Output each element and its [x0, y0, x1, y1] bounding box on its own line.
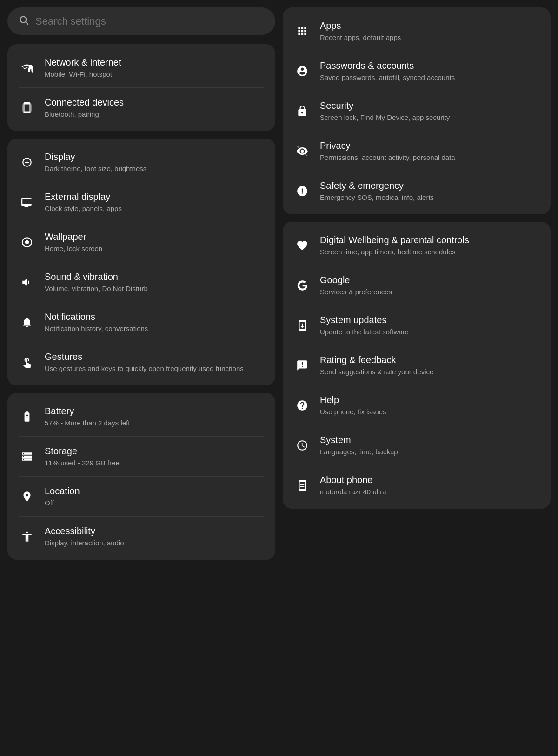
card-display: Display Dark theme, font size, brightnes… — [7, 139, 275, 385]
sidebar-item-security[interactable]: Security Screen lock, Find My Device, ap… — [283, 91, 551, 131]
sound-icon — [19, 274, 35, 291]
sidebar-item-location[interactable]: Location Off — [7, 477, 275, 516]
sidebar-item-safety-emergency[interactable]: Safety & emergency Emergency SOS, medica… — [283, 171, 551, 211]
storage-subtitle: 11% used - 229 GB free — [45, 458, 120, 468]
search-input[interactable] — [35, 15, 264, 27]
display-icon — [19, 154, 35, 171]
sidebar-item-passwords[interactable]: Passwords & accounts Saved passwords, au… — [283, 51, 551, 91]
privacy-icon — [294, 143, 311, 159]
apps-title: Apps — [320, 20, 401, 32]
external-display-subtitle: Clock style, panels, apps — [45, 204, 122, 213]
system-updates-subtitle: Update to the latest software — [320, 327, 409, 337]
security-title: Security — [320, 99, 450, 112]
digital-wellbeing-title: Digital Wellbeing & parental controls — [320, 234, 469, 246]
sidebar-item-system-updates[interactable]: System updates Update to the latest soft… — [283, 305, 551, 345]
notifications-icon — [19, 314, 35, 331]
connected-devices-title: Connected devices — [45, 96, 124, 108]
sidebar-item-privacy[interactable]: Privacy Permissions, account activity, p… — [283, 131, 551, 171]
svg-line-1 — [26, 22, 28, 24]
sidebar-item-battery[interactable]: Battery 57% - More than 2 days left — [7, 397, 275, 436]
sidebar-item-about-phone[interactable]: About phone motorola razr 40 ultra — [283, 465, 551, 505]
system-updates-title: System updates — [320, 314, 409, 326]
storage-title: Storage — [45, 445, 120, 457]
storage-icon — [19, 448, 35, 465]
wifi-icon — [19, 60, 35, 76]
system-subtitle: Languages, time, backup — [320, 447, 398, 457]
notifications-title: Notifications — [45, 311, 148, 323]
wallpaper-title: Wallpaper — [45, 231, 102, 243]
privacy-title: Privacy — [320, 139, 455, 152]
sidebar-item-apps[interactable]: Apps Recent apps, default apps — [283, 11, 551, 51]
sidebar-item-gestures[interactable]: Gestures Use gestures and keys to quickl… — [7, 342, 275, 382]
privacy-subtitle: Permissions, account activity, personal … — [320, 153, 455, 162]
svg-point-3 — [25, 240, 29, 244]
help-title: Help — [320, 394, 386, 406]
rating-feedback-subtitle: Send suggestions & rate your device — [320, 367, 433, 377]
network-internet-subtitle: Mobile, Wi-Fi, hotspot — [45, 69, 121, 79]
safety-emergency-icon — [294, 183, 311, 199]
system-icon — [294, 437, 311, 454]
accessibility-title: Accessibility — [45, 525, 124, 537]
external-display-title: External display — [45, 191, 122, 203]
connected-devices-icon — [19, 99, 35, 116]
gestures-title: Gestures — [45, 351, 244, 363]
sidebar-item-wallpaper[interactable]: Wallpaper Home, lock screen — [7, 222, 275, 262]
apps-subtitle: Recent apps, default apps — [320, 33, 401, 42]
digital-wellbeing-icon — [294, 237, 311, 254]
sidebar-item-accessibility[interactable]: Accessibility Display, interaction, audi… — [7, 517, 275, 556]
help-icon — [294, 397, 311, 414]
safety-emergency-title: Safety & emergency — [320, 179, 434, 192]
about-phone-title: About phone — [320, 474, 386, 486]
google-icon — [294, 277, 311, 294]
system-updates-icon — [294, 317, 311, 334]
sound-title: Sound & vibration — [45, 271, 148, 283]
security-icon — [294, 103, 311, 119]
passwords-icon — [294, 63, 311, 80]
sidebar-item-google[interactable]: Google Services & preferences — [283, 265, 551, 305]
sidebar-item-external-display[interactable]: External display Clock style, panels, ap… — [7, 182, 275, 222]
connected-devices-subtitle: Bluetooth, pairing — [45, 109, 124, 119]
external-display-icon — [19, 194, 35, 211]
digital-wellbeing-subtitle: Screen time, app timers, bedtime schedul… — [320, 247, 469, 257]
sidebar-item-rating-feedback[interactable]: Rating & feedback Send suggestions & rat… — [283, 345, 551, 385]
sidebar-item-display[interactable]: Display Dark theme, font size, brightnes… — [7, 142, 275, 182]
battery-title: Battery — [45, 405, 130, 417]
apps-icon — [294, 23, 311, 40]
accessibility-subtitle: Display, interaction, audio — [45, 538, 124, 548]
sidebar-item-storage[interactable]: Storage 11% used - 229 GB free — [7, 437, 275, 476]
wallpaper-subtitle: Home, lock screen — [45, 244, 102, 253]
rating-feedback-icon — [294, 357, 311, 374]
sidebar-item-digital-wellbeing[interactable]: Digital Wellbeing & parental controls Sc… — [283, 225, 551, 265]
sidebar-item-system[interactable]: System Languages, time, backup — [283, 425, 551, 465]
passwords-subtitle: Saved passwords, autofill, synced accoun… — [320, 73, 455, 82]
accessibility-icon — [19, 528, 35, 545]
sidebar-item-notifications[interactable]: Notifications Notification history, conv… — [7, 302, 275, 342]
passwords-title: Passwords & accounts — [320, 60, 455, 72]
display-title: Display — [45, 151, 146, 163]
location-subtitle: Off — [45, 498, 80, 508]
security-subtitle: Screen lock, Find My Device, app securit… — [320, 113, 450, 122]
card-battery: Battery 57% - More than 2 days left Stor… — [7, 393, 275, 560]
search-bar[interactable] — [7, 7, 275, 35]
google-subtitle: Services & preferences — [320, 287, 392, 297]
system-title: System — [320, 434, 398, 446]
card-wellbeing: Digital Wellbeing & parental controls Sc… — [283, 222, 551, 509]
sidebar-item-help[interactable]: Help Use phone, fix issues — [283, 385, 551, 425]
gestures-icon — [19, 354, 35, 371]
gestures-subtitle: Use gestures and keys to quickly open fr… — [45, 364, 244, 373]
sidebar-item-network-internet[interactable]: Network & internet Mobile, Wi-Fi, hotspo… — [7, 48, 275, 87]
battery-icon — [19, 408, 35, 425]
card-network: Network & internet Mobile, Wi-Fi, hotspo… — [7, 44, 275, 131]
about-phone-subtitle: motorola razr 40 ultra — [320, 487, 386, 497]
battery-subtitle: 57% - More than 2 days left — [45, 418, 130, 428]
card-apps: Apps Recent apps, default apps Passwords… — [283, 7, 551, 214]
search-icon — [19, 15, 29, 27]
location-title: Location — [45, 485, 80, 497]
wallpaper-icon — [19, 234, 35, 251]
sidebar-item-sound[interactable]: Sound & vibration Volume, vibration, Do … — [7, 262, 275, 302]
sidebar-item-connected-devices[interactable]: Connected devices Bluetooth, pairing — [7, 88, 275, 127]
google-title: Google — [320, 274, 392, 286]
display-subtitle: Dark theme, font size, brightness — [45, 164, 146, 173]
about-phone-icon — [294, 477, 311, 494]
network-internet-title: Network & internet — [45, 56, 121, 68]
